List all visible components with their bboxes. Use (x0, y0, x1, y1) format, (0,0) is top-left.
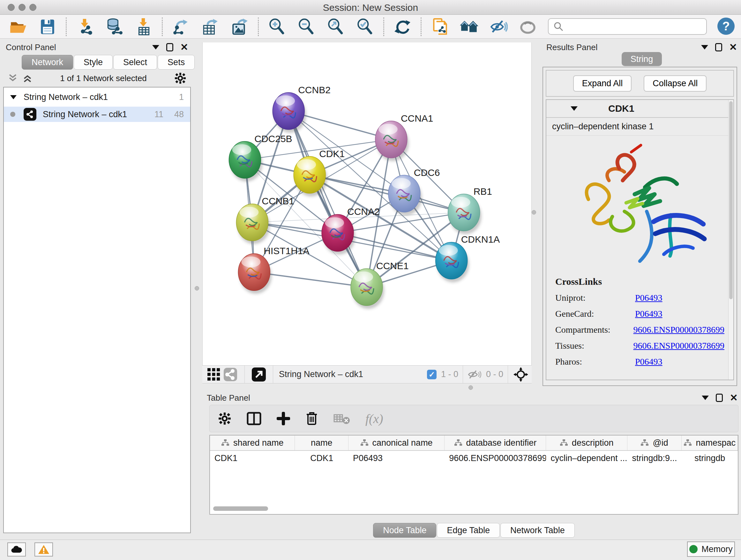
export-network-icon[interactable] (172, 17, 190, 36)
search-input[interactable] (564, 22, 702, 32)
tab-sets[interactable]: Sets (158, 55, 195, 70)
table-cell[interactable]: cyclin–dependent ... (546, 453, 627, 463)
network-node-CCNB1[interactable]: CCNB1 (236, 196, 294, 244)
network-node-HIST1H1A[interactable]: HIST1H1A (238, 246, 309, 294)
tab-network[interactable]: Network (22, 55, 73, 70)
clone-network-icon[interactable] (430, 17, 449, 36)
tab-style[interactable]: Style (74, 55, 113, 70)
column-header-name[interactable]: name (295, 435, 348, 450)
table-cell[interactable]: stringdb (682, 453, 738, 463)
export-image-icon[interactable] (230, 17, 249, 36)
table-row[interactable]: CDK1CDK1P064939606.ENSP00000378699cyclin… (210, 451, 738, 465)
table-horizontal-scrollbar[interactable] (213, 506, 268, 511)
show-all-icon[interactable] (519, 17, 537, 36)
gene-collapse-icon[interactable] (570, 106, 578, 111)
crosslink-compartments[interactable]: 9606.ENSP00000378699 (633, 325, 724, 335)
table-cell[interactable]: CDK1 (210, 453, 295, 463)
export-table-icon[interactable] (201, 17, 219, 36)
zoom-fit-icon[interactable] (327, 17, 345, 36)
float-panel-icon[interactable] (166, 43, 173, 51)
close-panel-icon[interactable]: ✕ (729, 43, 737, 51)
tab-select[interactable]: Select (113, 55, 157, 70)
results-scrollbar[interactable] (728, 100, 733, 380)
network-canvas[interactable]: CCNB2 CCNA1 CDC25B (202, 43, 532, 365)
expand-all-icon[interactable] (22, 73, 32, 83)
zoom-out-icon[interactable] (297, 17, 316, 36)
memory-button[interactable]: Memory (687, 542, 735, 557)
show-columns-icon[interactable] (247, 412, 261, 425)
save-session-icon[interactable] (38, 17, 57, 36)
create-column-icon[interactable] (277, 412, 290, 425)
selected-nodes-checkbox-icon[interactable]: ✓ (427, 370, 436, 379)
network-edge[interactable] (288, 111, 367, 287)
network-node-CCNE1[interactable]: CCNE1 (351, 260, 409, 309)
zoom-selected-icon[interactable] (356, 17, 374, 36)
zoom-in-icon[interactable] (268, 17, 286, 36)
tab-node-table[interactable]: Node Table (373, 523, 436, 538)
search-field[interactable] (548, 18, 707, 35)
grid-view-icon[interactable] (205, 366, 222, 383)
results-scrollbar-thumb[interactable] (729, 101, 733, 299)
tab-edge-table[interactable]: Edge Table (437, 523, 500, 538)
close-panel-icon[interactable]: ✕ (730, 394, 738, 402)
crosslink-pharos[interactable]: P06493 (635, 357, 663, 367)
table-cell[interactable]: P06493 (348, 453, 445, 463)
delete-column-icon[interactable] (306, 412, 318, 426)
open-session-icon[interactable] (9, 17, 27, 36)
table-options-gear-icon[interactable] (218, 412, 231, 425)
network-options-gear-icon[interactable] (174, 72, 186, 84)
hide-selected-icon[interactable] (489, 17, 508, 36)
column-header-database-identifier[interactable]: database identifier (445, 435, 546, 450)
table-cell[interactable]: CDK1 (295, 453, 348, 463)
gene-section-header[interactable]: CDK1 (546, 100, 733, 118)
crosslink-uniprot[interactable]: P06493 (635, 293, 663, 303)
help-button[interactable]: ? (718, 17, 735, 35)
import-table-file-icon[interactable] (134, 17, 153, 36)
network-node-RB1[interactable]: RB1 (448, 186, 492, 234)
tab-network-table[interactable]: Network Table (500, 523, 575, 538)
panel-menu-icon[interactable] (152, 45, 159, 50)
apply-layout-icon[interactable] (393, 17, 412, 36)
close-panel-icon[interactable]: ✕ (180, 43, 188, 51)
column-header-description[interactable]: description (546, 435, 627, 450)
detach-view-icon[interactable] (251, 366, 267, 383)
column-header-shared-name[interactable]: shared name (210, 435, 295, 450)
import-network-file-icon[interactable] (76, 17, 94, 36)
import-network-database-icon[interactable] (105, 17, 124, 36)
network-node-CDC6[interactable]: CDC6 (388, 167, 440, 215)
tab-string[interactable]: String (622, 52, 662, 66)
panel-menu-icon[interactable] (702, 395, 709, 400)
network-node-CDK1[interactable]: CDK1 (293, 148, 345, 197)
table-cell[interactable]: 9606.ENSP00000378699 (445, 453, 546, 463)
left-splitter-handle[interactable] (195, 286, 199, 291)
network-collection-row[interactable]: String Network – cdk1 1 (4, 89, 190, 105)
column-header-namespac[interactable]: namespac (682, 435, 738, 450)
network-node-CDKN1A[interactable]: CDKN1A (435, 234, 500, 282)
crosslink-genecard[interactable]: P06493 (635, 309, 663, 319)
column-header-canonical-name[interactable]: canonical name (348, 435, 445, 450)
float-panel-icon[interactable] (716, 394, 723, 402)
network-node-CCNA1[interactable]: CCNA1 (375, 113, 433, 161)
column-header-@id[interactable]: @id (627, 435, 682, 450)
warning-status-button[interactable] (35, 543, 53, 557)
network-edge[interactable] (310, 175, 464, 212)
network-overview-icon[interactable] (222, 366, 239, 383)
right-splitter-handle[interactable] (532, 210, 536, 214)
crosslink-tissues[interactable]: 9606.ENSP00000378699 (633, 341, 724, 351)
first-neighbors-icon[interactable] (460, 17, 478, 36)
collection-expand-icon[interactable] (10, 95, 17, 99)
bottom-splitter-handle[interactable] (468, 385, 473, 390)
network-node-CCNB2[interactable]: CCNB2 (273, 84, 331, 133)
panel-menu-icon[interactable] (701, 45, 708, 50)
float-panel-icon[interactable] (715, 43, 722, 51)
collapse-all-button[interactable]: Collapse All (644, 75, 706, 91)
cloud-status-button[interactable] (7, 543, 26, 557)
node-table: shared namenamecanonical namedatabase id… (209, 435, 738, 515)
collapse-all-icon[interactable] (8, 73, 18, 83)
birdseye-view-icon[interactable] (513, 366, 529, 383)
network-node-CDC25B[interactable]: CDC25B (229, 133, 292, 182)
network-row[interactable]: String Network – cdk1 11 48 (4, 107, 190, 122)
expand-all-button[interactable]: Expand All (573, 75, 632, 91)
table-cell[interactable]: stringdb:9... (627, 453, 682, 463)
memory-ok-icon (689, 545, 697, 553)
